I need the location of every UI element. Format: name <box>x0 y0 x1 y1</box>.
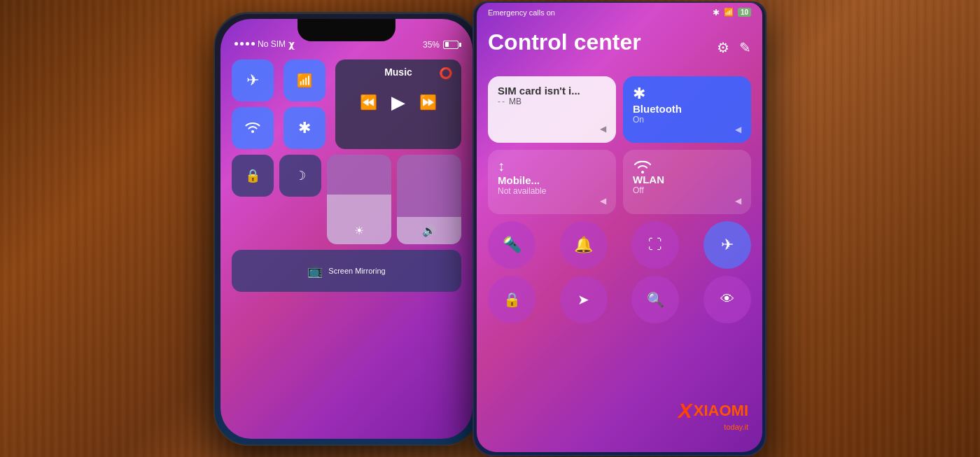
airplane-icon: ✈ <box>246 71 259 90</box>
airplay-icon: ⭕ <box>439 66 453 80</box>
eye-button[interactable]: 👁 <box>704 276 751 323</box>
xiaomi-brand-row: X XIAOMI <box>678 399 748 423</box>
screen-mirror-label: Screen Mirroring <box>328 267 385 275</box>
sim-tile-content: SIM card isn't i... -- MB <box>498 85 606 106</box>
ios-music-title: Music <box>345 66 451 78</box>
signal-dot-2 <box>240 42 244 45</box>
xiaomi-logo-container: X XIAOMI today.it <box>678 399 748 431</box>
ios-grid-left: ✈ 📶 <box>232 59 330 149</box>
ios-bluetooth-tile[interactable]: ✱ <box>284 107 326 149</box>
phones-container: No SIM 𝞆 35% <box>0 0 980 457</box>
bluetooth-sub: On <box>633 115 741 125</box>
rewind-icon[interactable]: ⏪ <box>360 94 377 111</box>
alarm-button[interactable]: 🔔 <box>560 221 608 269</box>
bluetooth-status-icon: ✱ <box>713 8 720 17</box>
bluetooth-tile-header: ✱ <box>633 85 741 103</box>
signal-icon: 📶 <box>724 8 734 17</box>
wlan-tile-content: WLAN Off <box>633 174 741 195</box>
ios-status-right: 35% <box>423 40 458 50</box>
iphone-device: No SIM 𝞆 35% <box>214 12 479 446</box>
ios-brightness-slider[interactable]: ☀ <box>327 155 391 244</box>
sim-mb-row: -- MB <box>498 97 606 106</box>
edit-icon[interactable]: ✎ <box>739 39 751 56</box>
xi-logo-x: X <box>678 399 692 423</box>
play-icon[interactable]: ▶ <box>391 92 405 113</box>
mobile-title: Mobile... <box>498 174 606 186</box>
mobile-sub: Not available <box>498 186 606 196</box>
iphone-body: No SIM 𝞆 35% <box>214 12 479 446</box>
xiaomi-status-right: ✱ 📶 10 <box>713 8 751 17</box>
ios-airplane-tile[interactable]: ✈ <box>232 59 274 101</box>
find-device-icon: 🔍 <box>647 291 664 308</box>
xiaomi-control-center-title: Control center <box>488 29 641 55</box>
ios-music-controls: ⏪ ▶ ⏩ <box>345 92 451 113</box>
ios-screen-mirror-tile[interactable]: 📺 Screen Mirroring <box>232 250 461 292</box>
ios-wifi-tile[interactable] <box>232 107 274 149</box>
xiaomi-top-tiles: SIM card isn't i... -- MB ◀ <box>488 76 751 143</box>
ios-status-left: No SIM 𝞆 <box>234 38 295 50</box>
alarm-icon: 🔔 <box>574 236 593 254</box>
mobile-header: ↕ <box>498 158 606 174</box>
wlan-wifi-icon <box>633 158 652 174</box>
bluetooth-title: Bluetooth <box>633 103 741 115</box>
sim-dashes: -- <box>498 97 506 106</box>
xiaomi-bluetooth-tile[interactable]: ✱ Bluetooth On ◀ <box>623 76 751 143</box>
brightness-icon: ☀ <box>354 224 364 237</box>
mobile-arrow: ◀ <box>600 196 606 206</box>
bluetooth-tile-icon: ✱ <box>633 85 645 103</box>
find-device-button[interactable]: 🔍 <box>631 276 679 323</box>
xiaomi-middle-tiles: ↕ Mobile... Not available ◀ <box>488 150 751 214</box>
wlan-header <box>633 158 741 174</box>
xiaomi-body: Emergency calls on ✱ 📶 10 Control center <box>472 1 766 456</box>
volume-icon: 🔊 <box>422 224 436 237</box>
location-button[interactable]: ➤ <box>560 276 608 323</box>
iphone-screen: No SIM 𝞆 35% <box>220 19 472 439</box>
sim-title: SIM card isn't i... <box>498 85 606 97</box>
flashlight-button[interactable]: 🔦 <box>488 221 536 269</box>
bluetooth-tile-content: Bluetooth On <box>633 103 741 125</box>
ios-music-tile[interactable]: ⭕ Music ⏪ ▶ ⏩ <box>335 59 461 149</box>
cellular-icon: 📶 <box>297 73 312 88</box>
location-icon: ➤ <box>578 291 589 308</box>
sim-arrow: ◀ <box>498 122 606 134</box>
ios-wifi-icon: 𝞆 <box>288 38 295 50</box>
no-sim-text: No SIM <box>258 39 286 49</box>
xiaomi-mobile-tile[interactable]: ↕ Mobile... Not available ◀ <box>488 150 616 214</box>
ios-signal-dots <box>234 42 255 45</box>
ios-volume-slider[interactable]: 🔊 <box>397 155 461 244</box>
moon-icon: ☽ <box>295 168 306 183</box>
iphone-notch <box>298 19 396 41</box>
battery-level: 10 <box>741 8 748 16</box>
xiaomi-title-icons: ⚙ ✎ <box>717 39 751 56</box>
ios-sliders: ☀ 🔊 <box>327 155 461 244</box>
xi-logo-text: XIAOMI <box>694 402 748 420</box>
wifi-icon <box>244 119 261 136</box>
xiaomi-site: today.it <box>724 423 748 431</box>
ios-battery-icon <box>443 41 458 49</box>
xiaomi-sim-tile[interactable]: SIM card isn't i... -- MB ◀ <box>488 76 616 143</box>
airplane-button[interactable]: ✈ <box>704 221 751 269</box>
lock-icon: 🔒 <box>503 291 521 308</box>
screenshot-button[interactable]: ⛶ <box>631 221 679 269</box>
ios-dnd-tile[interactable]: ☽ <box>279 155 321 197</box>
ios-battery-percent: 35% <box>423 40 440 50</box>
ios-row1: ✈ 📶 <box>232 59 461 149</box>
airplane-round-icon: ✈ <box>721 236 734 254</box>
xiaomi-battery: 10 <box>738 8 751 17</box>
bluetooth-arrow: ◀ <box>735 125 741 134</box>
xiaomi-status-bar: Emergency calls on ✱ 📶 10 <box>477 3 762 22</box>
xiaomi-title-row: Control center ⚙ ✎ <box>488 29 751 66</box>
bluetooth-icon: ✱ <box>298 119 311 137</box>
wlan-sub: Off <box>633 185 741 195</box>
xiaomi-round-row-1: 🔦 🔔 ⛶ ✈ <box>488 221 751 269</box>
xiaomi-logo-watermark: X XIAOMI today.it <box>678 399 748 431</box>
battery-fill <box>445 42 449 47</box>
ios-rotation-tile[interactable]: 🔒 <box>232 155 274 197</box>
flashlight-icon: 🔦 <box>503 236 522 254</box>
settings-icon[interactable]: ⚙ <box>717 39 729 56</box>
ios-cellular-tile[interactable]: 📶 <box>284 59 326 101</box>
xiaomi-wlan-tile[interactable]: WLAN Off ◀ <box>623 150 751 214</box>
lock-button[interactable]: 🔒 <box>488 276 536 323</box>
ios-row2: 🔒 ☽ ☀ 🔊 <box>232 155 461 244</box>
fast-forward-icon[interactable]: ⏩ <box>419 94 437 111</box>
